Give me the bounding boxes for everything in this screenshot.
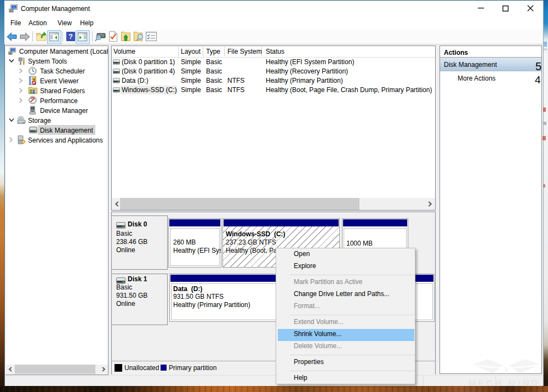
svg-text:?: ? <box>68 32 73 41</box>
